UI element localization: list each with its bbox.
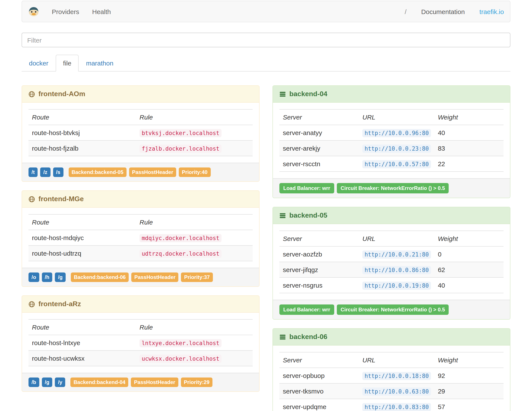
tab-marathon[interactable]: marathon (79, 55, 121, 71)
entrypoint-badge: /h (42, 273, 52, 282)
servers-icon (279, 91, 286, 97)
server-url: http://10.0.0.57:80 (362, 160, 431, 168)
passhostheader-badge: PassHostHeader (131, 378, 178, 387)
server-weight: 62 (434, 262, 504, 277)
server-name: server-rscctn (279, 156, 359, 172)
route-row: route-host-btvksj btvksj.docker.localhos… (28, 125, 253, 140)
nav-link-health[interactable]: Health (86, 8, 117, 15)
route-rule: fjzalb.docker.localhost (140, 145, 221, 153)
url-column-header: URL (359, 352, 434, 368)
backend-panel-header: backend-04 (273, 86, 510, 103)
server-weight: 0 (434, 246, 504, 262)
route-name: route-host-udtrzq (28, 245, 136, 261)
nav-link-documentation[interactable]: Documentation (421, 8, 465, 15)
server-name: server-anatyy (279, 125, 359, 140)
server-row: server-arekjy http://10.0.0.23:80 83 (279, 140, 504, 156)
weight-column-header: Weight (434, 352, 504, 368)
routes-table: Route Rule route-host-mdqiyc mdqiyc.dock… (28, 214, 253, 261)
url-column-header: URL (359, 231, 434, 246)
globe-icon (28, 91, 35, 97)
server-url: http://10.0.0.96:80 (362, 129, 431, 137)
filter-container (22, 33, 510, 47)
circuit-breaker-badge: Circuit Breaker: NetworkErrorRatio () > … (337, 304, 449, 315)
priority-badge: Priority:29 (181, 378, 213, 387)
route-row: route-host-lntxye lntxye.docker.localhos… (28, 335, 253, 351)
traefik-logo[interactable] (28, 6, 39, 17)
server-row: server-tksmvo http://10.0.0.63:80 29 (279, 383, 504, 399)
provider-tabs: docker file marathon (22, 55, 510, 71)
backend-panel-header: backend-05 (273, 207, 510, 224)
server-weight: 22 (434, 156, 504, 172)
route-name: route-host-mdqiyc (28, 230, 136, 245)
weight-column-header: Weight (434, 231, 504, 246)
server-url: http://10.0.0.18:80 (362, 372, 431, 380)
route-name: route-host-btvksj (28, 125, 136, 140)
entrypoint-badge: /g (42, 378, 52, 387)
entrypoint-badge: /g (55, 273, 66, 282)
route-row: route-host-udtrzq udtrzq.docker.localhos… (28, 245, 253, 261)
frontend-panel-header: frontend-aRz (22, 296, 259, 313)
route-row: route-host-ucwksx ucwksx.docker.localhos… (28, 351, 253, 366)
load-balancer-badge: Load Balancer: wrr (279, 183, 334, 193)
passhostheader-badge: PassHostHeader (131, 273, 179, 282)
frontend-title: frontend-AOm (38, 90, 85, 98)
backend-body: Server URL Weight server-aozfzb http://1… (273, 224, 510, 300)
backend-ref-badge: Backend:backend-04 (71, 378, 128, 387)
server-weight: 40 (434, 277, 504, 293)
globe-icon (28, 301, 35, 307)
server-url: http://10.0.0.19:80 (362, 282, 431, 290)
route-rule: lntxye.docker.localhost (140, 339, 221, 347)
servers-table: Server URL Weight server-aozfzb http://1… (279, 231, 504, 293)
server-weight: 83 (434, 140, 504, 156)
route-name: route-host-fjzalb (28, 140, 136, 156)
tab-file[interactable]: file (56, 55, 79, 71)
server-name: server-arekjy (279, 140, 359, 156)
nav-link-traefik-io[interactable]: traefik.io (480, 8, 504, 15)
route-row: route-host-fjzalb fjzalb.docker.localhos… (28, 140, 253, 156)
frontend-title: frontend-MGe (38, 195, 84, 203)
top-navbar: Providers Health / Documentation traefik… (22, 1, 510, 22)
route-column-header: Route (28, 214, 136, 230)
backend-body: Server URL Weight server-opbuop http://1… (273, 345, 510, 411)
server-weight: 57 (434, 399, 504, 411)
server-weight: 29 (434, 383, 504, 399)
rule-column-header: Rule (136, 214, 253, 230)
frontend-footer: /o /h /g Backend:backend-06 PassHostHead… (22, 268, 259, 286)
weight-column-header: Weight (434, 109, 504, 125)
nav-link-root[interactable]: / (405, 8, 406, 15)
backend-panel: backend-06 Server URL Weight (273, 328, 510, 411)
url-column-header: URL (359, 109, 434, 125)
server-url: http://10.0.0.86:80 (362, 266, 431, 274)
page: Providers Health / Documentation traefik… (0, 1, 532, 411)
content-columns: frontend-AOm Route Rule route-host-btvk (22, 85, 510, 411)
server-weight: 40 (434, 125, 504, 140)
traefik-logo-icon (28, 6, 39, 17)
frontend-panel-header: frontend-AOm (22, 86, 259, 103)
route-column-header: Route (28, 109, 136, 125)
nav-link-providers[interactable]: Providers (45, 8, 86, 15)
route-rule: ucwksx.docker.localhost (140, 355, 221, 363)
rule-column-header: Rule (136, 319, 253, 335)
server-name: server-jifqgz (279, 262, 359, 277)
backend-body: Server URL Weight server-anatyy http://1… (273, 103, 510, 178)
backend-footer: Load Balancer: wrr Circuit Breaker: Netw… (273, 178, 510, 198)
passhostheader-badge: PassHostHeader (129, 167, 176, 177)
tab-docker[interactable]: docker (22, 55, 56, 71)
frontend-body: Route Rule route-host-mdqiyc mdqiyc.dock… (22, 208, 259, 268)
backend-panel: backend-04 Server URL Weight (273, 85, 510, 198)
server-row: server-anatyy http://10.0.0.96:80 40 (279, 125, 504, 140)
priority-badge: Priority:40 (179, 167, 210, 177)
route-column-header: Route (28, 319, 136, 335)
server-name: server-nsgrus (279, 277, 359, 293)
servers-icon (279, 212, 286, 219)
frontend-panel: frontend-MGe Route Rule route-host-mdqi (22, 190, 259, 287)
entrypoint-badge: /y (55, 378, 66, 387)
backend-panel-header: backend-06 (273, 329, 510, 345)
backend-panel: backend-05 Server URL Weight (273, 207, 510, 320)
backend-title: backend-04 (289, 90, 327, 98)
server-column-header: Server (279, 231, 359, 246)
frontend-body: Route Rule route-host-lntxye lntxye.dock… (22, 313, 259, 373)
server-url: http://10.0.0.23:80 (362, 145, 431, 153)
server-weight: 92 (434, 368, 504, 383)
filter-input[interactable] (22, 33, 510, 47)
